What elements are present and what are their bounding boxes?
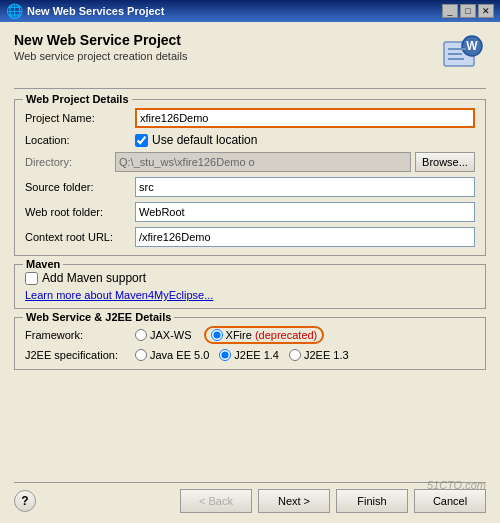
maven-legend: Maven bbox=[23, 258, 63, 270]
web-services-svg-icon: W bbox=[440, 34, 484, 78]
title-bar: 🌐 New Web Services Project _ □ ✕ bbox=[0, 0, 500, 22]
title-bar-title: New Web Services Project bbox=[27, 5, 164, 17]
location-row: Location: Use default location bbox=[25, 133, 475, 147]
dialog-header: New Web Service Project Web service proj… bbox=[14, 32, 486, 80]
location-label: Location: bbox=[25, 134, 135, 146]
project-name-label: Project Name: bbox=[25, 112, 135, 124]
source-folder-input[interactable] bbox=[135, 177, 475, 197]
dialog-header-icon: W bbox=[438, 32, 486, 80]
j2ee-spec-radio-group: Java EE 5.0 J2EE 1.4 J2EE 1.3 bbox=[135, 349, 349, 361]
directory-row: Directory: Browse... bbox=[25, 152, 475, 172]
source-folder-label: Source folder: bbox=[25, 181, 135, 193]
help-button[interactable]: ? bbox=[14, 490, 36, 512]
framework-label: Framework: bbox=[25, 329, 135, 341]
add-maven-label: Add Maven support bbox=[42, 271, 146, 285]
maven-learn-more-link[interactable]: Learn more about Maven4MyEclipse... bbox=[25, 289, 213, 301]
dialog-header-text: New Web Service Project Web service proj… bbox=[14, 32, 187, 62]
bottom-buttons: < Back Next > Finish Cancel bbox=[180, 489, 486, 513]
j2ee-javaee5-label: Java EE 5.0 bbox=[150, 349, 209, 361]
j2ee-13-label: J2EE 1.3 bbox=[304, 349, 349, 361]
svg-rect-3 bbox=[448, 48, 466, 50]
project-name-input[interactable] bbox=[135, 108, 475, 128]
browse-button[interactable]: Browse... bbox=[415, 152, 475, 172]
use-default-location-checkbox-row: Use default location bbox=[135, 133, 257, 147]
directory-input[interactable] bbox=[115, 152, 411, 172]
context-root-url-input[interactable] bbox=[135, 227, 475, 247]
add-maven-checkbox[interactable] bbox=[25, 272, 38, 285]
project-name-row: Project Name: bbox=[25, 108, 475, 128]
j2ee-spec-row: J2EE specification: Java EE 5.0 J2EE 1.4… bbox=[25, 349, 475, 361]
framework-xfire-radio[interactable] bbox=[211, 329, 223, 341]
directory-label: Directory: bbox=[25, 156, 115, 168]
finish-button[interactable]: Finish bbox=[336, 489, 408, 513]
dialog-subtitle: Web service project creation details bbox=[14, 50, 187, 62]
cancel-button[interactable]: Cancel bbox=[414, 489, 486, 513]
j2ee-13-radio[interactable] bbox=[289, 349, 301, 361]
bottom-left: ? bbox=[14, 490, 36, 512]
svg-text:W: W bbox=[466, 39, 478, 53]
web-project-details-section: Web Project Details Project Name: Locati… bbox=[14, 99, 486, 256]
source-folder-row: Source folder: bbox=[25, 177, 475, 197]
add-maven-row: Add Maven support bbox=[25, 271, 475, 285]
j2ee-14-radio[interactable] bbox=[219, 349, 231, 361]
web-service-j2ee-section: Web Service & J2EE Details Framework: JA… bbox=[14, 317, 486, 370]
web-root-folder-label: Web root folder: bbox=[25, 206, 135, 218]
dialog-title: New Web Service Project bbox=[14, 32, 187, 48]
web-service-j2ee-legend: Web Service & J2EE Details bbox=[23, 311, 174, 323]
j2ee-13-option[interactable]: J2EE 1.3 bbox=[289, 349, 349, 361]
framework-xfire-option[interactable]: XFire (deprecated) bbox=[204, 326, 325, 344]
j2ee-javaee5-option[interactable]: Java EE 5.0 bbox=[135, 349, 209, 361]
context-root-url-row: Context root URL: bbox=[25, 227, 475, 247]
j2ee-14-label: J2EE 1.4 bbox=[234, 349, 279, 361]
context-root-url-label: Context root URL: bbox=[25, 231, 135, 243]
next-button[interactable]: Next > bbox=[258, 489, 330, 513]
framework-jaxws-option[interactable]: JAX-WS bbox=[135, 329, 192, 341]
web-root-folder-row: Web root folder: bbox=[25, 202, 475, 222]
framework-row: Framework: JAX-WS XFire (deprecated) bbox=[25, 326, 475, 344]
j2ee-javaee5-radio[interactable] bbox=[135, 349, 147, 361]
back-button[interactable]: < Back bbox=[180, 489, 252, 513]
maximize-button[interactable]: □ bbox=[460, 4, 476, 18]
title-bar-controls: _ □ ✕ bbox=[442, 4, 494, 18]
use-default-location-checkbox[interactable] bbox=[135, 134, 148, 147]
watermark: 51CTO.com bbox=[427, 479, 486, 491]
use-default-location-label: Use default location bbox=[152, 133, 257, 147]
framework-jaxws-label: JAX-WS bbox=[150, 329, 192, 341]
minimize-button[interactable]: _ bbox=[442, 4, 458, 18]
maven-section: Maven Add Maven support Learn more about… bbox=[14, 264, 486, 309]
framework-jaxws-radio[interactable] bbox=[135, 329, 147, 341]
framework-radio-group: JAX-WS XFire (deprecated) bbox=[135, 326, 324, 344]
dialog-body: New Web Service Project Web service proj… bbox=[0, 22, 500, 523]
framework-xfire-label: XFire (deprecated) bbox=[226, 329, 318, 341]
web-root-folder-input[interactable] bbox=[135, 202, 475, 222]
bottom-bar: ? < Back Next > Finish Cancel bbox=[14, 482, 486, 513]
close-button[interactable]: ✕ bbox=[478, 4, 494, 18]
svg-rect-5 bbox=[448, 58, 464, 60]
j2ee-spec-label: J2EE specification: bbox=[25, 349, 135, 361]
web-project-details-legend: Web Project Details bbox=[23, 93, 132, 105]
j2ee-14-option[interactable]: J2EE 1.4 bbox=[219, 349, 279, 361]
dialog-icon-small: 🌐 bbox=[6, 3, 23, 19]
header-separator bbox=[14, 88, 486, 89]
svg-rect-4 bbox=[448, 53, 462, 55]
